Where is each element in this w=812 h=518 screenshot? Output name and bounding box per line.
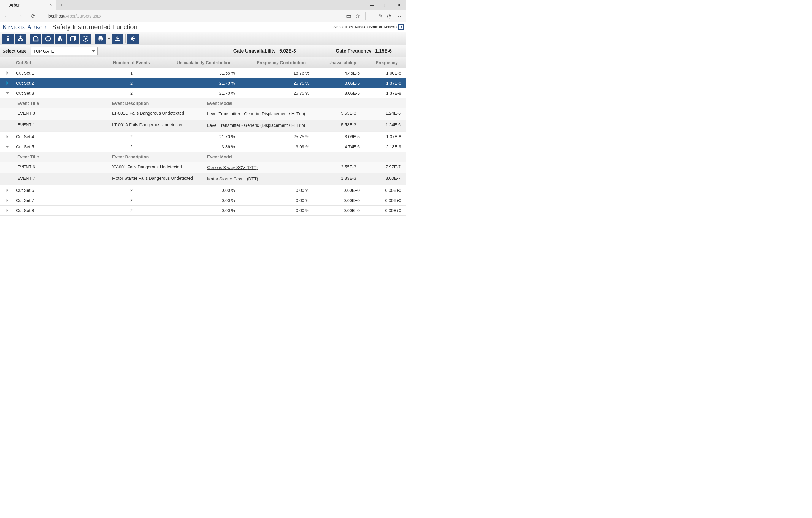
- expand-toggle-icon[interactable]: [0, 209, 14, 212]
- event-title-link[interactable]: EVENT 1: [17, 122, 35, 127]
- cutset-name: Cut Set 5: [14, 144, 100, 149]
- event-model-link[interactable]: Motor Starter Circuit (DTT): [207, 176, 258, 181]
- freq: 1.37E-8: [361, 134, 403, 139]
- print-dropdown-caret-icon[interactable]: ▼: [107, 33, 111, 44]
- address-bar[interactable]: localhost/Arbor/CutSets.aspx: [47, 13, 343, 19]
- gate-unavail-label: Gate Unavailability: [233, 48, 276, 54]
- cutset-name: Cut Set 6: [14, 188, 100, 193]
- fault-tree-button[interactable]: [15, 33, 26, 44]
- forward-button[interactable]: →: [15, 11, 25, 21]
- event-title-link[interactable]: EVENT 7: [17, 176, 35, 181]
- table-row[interactable]: Cut Set 6 2 0.00 % 0.00 % 0.00E+0 0.00E+…: [0, 185, 406, 195]
- event-freq: 7.97E-7: [361, 165, 406, 169]
- more-icon[interactable]: ⋯: [396, 13, 401, 19]
- num-events: 2: [100, 134, 163, 139]
- lambda-button[interactable]: [55, 33, 66, 44]
- cutset-name: Cut Set 7: [14, 198, 100, 203]
- expand-toggle-icon[interactable]: [0, 135, 14, 138]
- col-event-model: Event Model: [207, 155, 314, 159]
- minimize-button[interactable]: —: [365, 0, 379, 10]
- event-row[interactable]: EVENT 7 Motor Starter Fails Dangerous Un…: [0, 173, 406, 185]
- hub-icon[interactable]: ≡: [371, 13, 374, 19]
- new-tab-button[interactable]: +: [56, 0, 66, 10]
- svg-rect-1: [7, 38, 9, 41]
- event-row[interactable]: EVENT 1 LT-001A Fails Dangerous Undetect…: [0, 120, 406, 132]
- signout-icon[interactable]: ➜: [398, 24, 404, 30]
- expand-toggle-icon[interactable]: [0, 199, 14, 202]
- share-icon[interactable]: ◔: [387, 13, 392, 19]
- separator: [28, 34, 28, 43]
- reading-view-icon[interactable]: ▭: [346, 13, 351, 19]
- event-model-link[interactable]: Level Transmitter - Generic (Displacemen…: [207, 123, 305, 128]
- expand-toggle-icon[interactable]: [0, 71, 14, 75]
- separator: [365, 12, 366, 20]
- table-row[interactable]: Cut Set 7 2 0.00 % 0.00 % 0.00E+0 0.00E+…: [0, 195, 406, 206]
- layers-button[interactable]: [67, 33, 79, 44]
- event-description: Motor Starter Fails Dangerous Undetected: [112, 176, 207, 181]
- col-event-title: Event Title: [17, 101, 112, 106]
- freq-contrib: 25.75 %: [237, 91, 311, 96]
- favorite-icon[interactable]: ☆: [355, 13, 360, 19]
- table-row[interactable]: Cut Set 2 2 21.70 % 25.75 % 3.06E-5 1.37…: [0, 78, 406, 88]
- event-subtable: Event Title Event Description Event Mode…: [0, 98, 406, 132]
- event-row[interactable]: EVENT 3 LT-001C Fails Dangerous Undetect…: [0, 108, 406, 120]
- expand-toggle-icon[interactable]: [0, 145, 14, 148]
- expand-toggle-icon[interactable]: [0, 189, 14, 192]
- close-window-button[interactable]: ✕: [393, 0, 406, 10]
- signin-status: Signed in as Kenexis Staff of Kenexis ➜: [333, 24, 404, 30]
- table-row[interactable]: Cut Set 3 2 21.70 % 25.75 % 3.06E-5 1.37…: [0, 88, 406, 98]
- unavail-contrib: 31.55 %: [163, 71, 237, 76]
- col-cutset[interactable]: Cut Set: [14, 60, 100, 65]
- page-icon: [3, 3, 7, 7]
- separator: [125, 34, 125, 43]
- notes-icon[interactable]: ✎: [378, 13, 383, 19]
- event-model-link[interactable]: Level Transmitter - Generic (Displacemen…: [207, 111, 305, 116]
- col-freq-contrib[interactable]: Frequency Contribution: [237, 60, 311, 65]
- table-row[interactable]: Cut Set 4 2 21.70 % 25.75 % 3.06E-5 1.37…: [0, 132, 406, 142]
- table-row[interactable]: Cut Set 1 1 31.55 % 18.76 % 4.45E-5 1.00…: [0, 68, 406, 78]
- num-events: 1: [100, 71, 163, 76]
- or-gate-button[interactable]: [42, 33, 54, 44]
- event-unavail: 5.53E-3: [314, 122, 361, 127]
- num-events: 2: [100, 144, 163, 149]
- signin-org: Kenexis: [384, 25, 397, 29]
- freq: 1.37E-8: [361, 81, 403, 85]
- event-title-link[interactable]: EVENT 3: [17, 111, 35, 115]
- back-nav-button[interactable]: [127, 33, 139, 44]
- col-freq[interactable]: Frequency: [361, 60, 403, 65]
- close-tab-icon[interactable]: ×: [48, 2, 53, 8]
- play-button[interactable]: [80, 33, 91, 44]
- unavail: 0.00E+0: [311, 208, 361, 213]
- event-model-link[interactable]: Generic 3-way SOV (DTT): [207, 165, 258, 170]
- print-button[interactable]: [95, 33, 106, 44]
- gate-freq-value: 1.15E-6: [375, 48, 392, 54]
- event-row[interactable]: EVENT 6 XY-001 Fails Dangerous Undetecte…: [0, 162, 406, 174]
- num-events: 2: [100, 188, 163, 193]
- gate-select[interactable]: TOP GATE: [31, 47, 98, 55]
- col-unavail-contrib[interactable]: Unavailability Contribution: [163, 60, 237, 65]
- event-title-link[interactable]: EVENT 6: [17, 165, 35, 169]
- refresh-button[interactable]: ⟳: [28, 11, 38, 21]
- table-row[interactable]: Cut Set 5 2 3.36 % 3.99 % 4.74E-6 2.13E-…: [0, 142, 406, 152]
- browser-tab[interactable]: Arbor ×: [0, 0, 56, 10]
- back-button[interactable]: ←: [2, 11, 12, 21]
- table-row[interactable]: Cut Set 8 2 0.00 % 0.00 % 0.00E+0 0.00E+…: [0, 206, 406, 216]
- unavail-contrib: 0.00 %: [163, 208, 237, 213]
- event-subtable: Event Title Event Description Event Mode…: [0, 152, 406, 186]
- freq-contrib: 3.99 %: [237, 144, 311, 149]
- col-num-events[interactable]: Number of Events: [100, 60, 163, 65]
- expand-toggle-icon[interactable]: [0, 81, 14, 85]
- cutset-name: Cut Set 2: [14, 81, 100, 85]
- expand-toggle-icon[interactable]: [0, 91, 14, 95]
- col-unavail[interactable]: Unavailability: [311, 60, 361, 65]
- and-gate-button[interactable]: [30, 33, 41, 44]
- maximize-button[interactable]: ▢: [379, 0, 393, 10]
- info-button[interactable]: [2, 33, 13, 44]
- brand-right: Arbor: [27, 23, 47, 31]
- unavail-contrib: 21.70 %: [163, 91, 237, 96]
- url-path: /Arbor/CutSets.aspx: [64, 13, 101, 19]
- download-button[interactable]: [112, 33, 123, 44]
- num-events: 2: [100, 81, 163, 85]
- svg-point-6: [21, 39, 23, 41]
- url-host: localhost: [48, 13, 64, 19]
